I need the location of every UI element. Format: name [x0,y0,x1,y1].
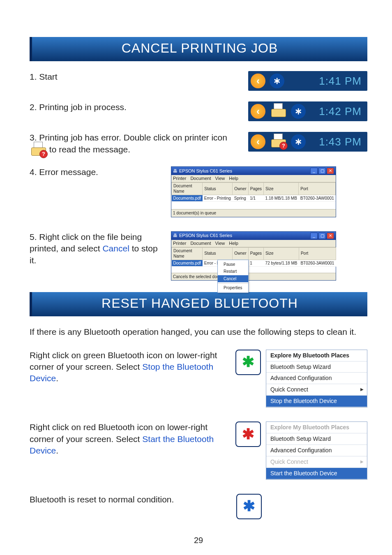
th[interactable]: Size [264,182,299,195]
start-row: Right click on red Bluetooth icon on low… [30,421,367,484]
window-icon: 🖶 [173,233,178,239]
step-4-text: 4. Error message. [30,166,165,178]
menu-start-device[interactable]: Start the Bluetooth Device [266,468,367,479]
step-1-text: 1. Start [30,71,242,83]
clock-3: 1:43 PM [311,135,362,149]
th[interactable]: Size [264,247,299,260]
ctx-restart[interactable]: Restart [218,268,248,275]
th[interactable]: Document Name [172,247,203,260]
stop-c: . [56,373,58,383]
step-3-post: to read the message. [49,145,130,154]
menu-explore[interactable]: Explore My Bluetooth Places [266,350,367,362]
done-row: Bluetooth is reset to normal condition. … [30,494,367,519]
th[interactable]: Port [299,247,336,260]
table-header-row: Document Name Status Owner Pages Size Po… [172,182,336,195]
ctx-properties[interactable]: Properties [218,284,248,292]
th[interactable]: Pages [248,182,263,195]
ctx-pause[interactable]: Pause [218,261,248,268]
bluetooth-icon-green: ✱ [235,350,261,375]
print-queue-window-2: 🖶 EPSON Stylus C61 Series _ ▢ ✕ Printer … [171,231,336,281]
close-button[interactable]: ✕ [327,168,334,174]
stop-row: Right click on green Bluetooth icon on l… [30,350,367,412]
page-number: 29 [30,535,367,546]
menu-advanced[interactable]: Advanced Configuration [266,373,367,384]
cell-doc: Documents.pdf [172,195,203,202]
heading-cancel-printing: CANCEL PRINTING JOB [30,37,367,61]
cell: BT0260-3AW0001 [299,260,336,267]
window-icon: 🖶 [173,168,178,174]
minimize-button[interactable]: _ [310,233,318,239]
menu-explore[interactable]: Explore My Bluetooth Places [266,422,367,433]
taskbar-tray-3: ‹ ? ∗ 1:43 PM [248,132,367,152]
bluetooth-tray-icon: ∗ [291,134,306,149]
heading-reset-bluetooth: RESET HANGED BLUETOOTH [30,292,367,316]
menu-stop-device[interactable]: Stop the Bluetooth Device [266,396,367,407]
menu-printer[interactable]: Printer [173,175,186,182]
menu-wizard[interactable]: Bluetooth Setup Wizard [266,433,367,445]
menu-view[interactable]: View [215,175,225,182]
titlebar[interactable]: 🖶 EPSON Stylus C61 Series _ ▢ ✕ [171,232,336,240]
titlebar[interactable]: 🖶 EPSON Stylus C61 Series _ ▢ ✕ [171,167,336,175]
step-5-text: 5. Right click on the file being printed… [30,231,165,266]
cell: BT0260-3AW0001 [299,195,336,202]
step-2-text: 2. Printing job in process. [30,101,242,113]
menu-help[interactable]: Help [229,240,238,246]
th[interactable]: Status [203,182,233,195]
context-menu[interactable]: Pause Restart Cancel Properties [217,260,249,293]
minimize-button[interactable]: _ [310,168,318,174]
cell: 1.18 MB/1.18 MB [264,195,299,202]
menu-help[interactable]: Help [229,175,238,182]
stop-text: Right click on green Bluetooth icon on l… [30,350,218,385]
back-icon: ‹ [251,134,265,149]
cell: Error - Printing [203,195,233,202]
bt-context-menu-1[interactable]: Explore My Bluetooth Places Bluetooth Se… [266,350,367,408]
th[interactable]: Document Name [172,182,203,195]
menu-printer[interactable]: Printer [173,240,186,246]
queue-table: Document Name Status Owner Pages Size Po… [171,182,336,202]
menubar[interactable]: Printer Document View Help [171,175,336,182]
printer-tray-icon [271,106,285,117]
printer-tray-error-icon: ? [271,136,285,147]
ctx-cancel[interactable]: Cancel [218,275,248,283]
menu-quick-connect[interactable]: Quick Connect [266,456,367,468]
maximize-button[interactable]: ▢ [318,233,326,239]
step-3-pre: 3. Printing job has error. Double click … [30,133,227,142]
menu-document[interactable]: Document [190,240,211,246]
menu-quick-connect[interactable]: Quick Connect [266,384,367,396]
step-4: 4. Error message. 🖶 EPSON Stylus C61 Ser… [30,166,367,221]
menu-wizard[interactable]: Bluetooth Setup Wizard [266,362,367,373]
step-2: 2. Printing job in process. ‹ ∗ 1:42 PM [30,101,367,121]
cell: 72 bytes/1.18 MB [264,260,299,267]
queue-table: Document Name Status Owner Pages Size Po… [171,247,336,267]
taskbar-tray-2: ‹ ∗ 1:42 PM [248,101,367,121]
bluetooth-icon-red: ✱ [235,421,261,447]
menubar[interactable]: Printer Document View Help [171,240,336,247]
done-text: Bluetooth is reset to normal condition. [30,494,219,505]
table-row[interactable]: Documents.pdf Error - Printing Spring 1/… [172,195,336,202]
th[interactable]: Owner [233,182,248,195]
taskbar-tray-1: ‹ ∗ 1:41 PM [248,71,367,91]
window-title: EPSON Stylus C61 Series [179,168,232,174]
cancel-word: Cancel [102,244,129,253]
cell: 1 [248,260,263,267]
menu-advanced[interactable]: Advanced Configuration [266,445,367,456]
menu-document[interactable]: Document [190,175,211,182]
step-1: 1. Start ‹ ∗ 1:41 PM [30,71,367,91]
window-title: EPSON Stylus C61 Series [179,233,232,239]
back-icon: ‹ [251,104,265,119]
menu-view[interactable]: View [215,240,225,246]
step-3-text: 3. Printing job has error. Double click … [30,132,242,156]
back-icon: ‹ [251,74,265,88]
close-button[interactable]: ✕ [327,233,334,239]
th[interactable]: Owner [233,247,248,260]
th[interactable]: Pages [248,247,263,260]
th[interactable]: Port [299,182,336,195]
table-row[interactable]: Documents.pdf Error - Printing Spring 1 … [172,260,336,267]
table-header-row: Document Name Status Owner Pages Size Po… [172,247,336,260]
th[interactable]: Status [203,247,233,260]
maximize-button[interactable]: ▢ [318,168,326,174]
start-c: . [56,446,58,455]
step-3: 3. Printing job has error. Double click … [30,132,367,156]
cell: 1/1 [248,195,263,202]
bt-context-menu-2[interactable]: Explore My Bluetooth Places Bluetooth Se… [266,421,367,479]
